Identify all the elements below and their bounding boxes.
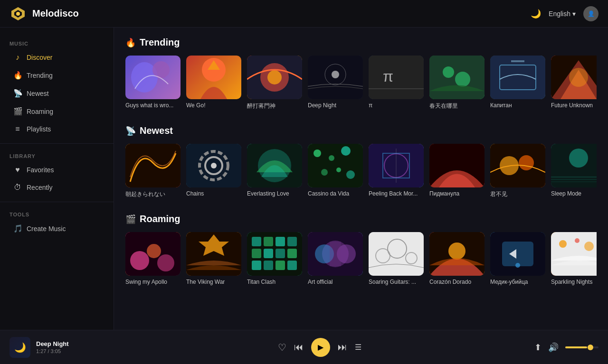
list-item[interactable]: Deep Night bbox=[308, 56, 363, 110]
sidebar-recently-label: Recently bbox=[27, 184, 52, 191]
svg-point-17 bbox=[455, 72, 470, 87]
sidebar-roaming-label: Roaming bbox=[27, 108, 53, 115]
trending-title: 🔥 Trending bbox=[125, 37, 597, 48]
list-item[interactable]: 朝起きられない bbox=[125, 144, 180, 198]
language-label: English bbox=[549, 10, 570, 18]
svg-rect-61 bbox=[264, 249, 273, 258]
list-item[interactable]: Peeling Back Mor... bbox=[369, 144, 424, 198]
svg-point-83 bbox=[559, 240, 567, 248]
list-item[interactable]: Chains bbox=[186, 144, 241, 198]
svg-rect-59 bbox=[287, 237, 297, 246]
trending-icon: 🔥 bbox=[125, 37, 136, 48]
sidebar-item-create[interactable]: 🎵 Create Music bbox=[4, 220, 110, 237]
queue-button[interactable]: ☰ bbox=[355, 343, 361, 352]
sidebar-item-trending[interactable]: 🔥 Trending bbox=[4, 66, 110, 84]
theme-toggle-button[interactable]: 🌙 bbox=[531, 9, 541, 19]
roaming-grid: Swing my Apollo The Viking War Titan Cla… bbox=[125, 232, 597, 287]
avatar[interactable]: 👤 bbox=[583, 6, 598, 21]
roaming-icon: 🎬 bbox=[125, 214, 136, 224]
svg-rect-66 bbox=[276, 261, 285, 270]
card-image bbox=[247, 144, 302, 187]
prev-button[interactable]: ⏮ bbox=[294, 342, 304, 353]
sidebar-item-favorites[interactable]: ♥ Favorites bbox=[4, 161, 110, 178]
list-item[interactable]: Капитан bbox=[490, 56, 545, 110]
card-label: Guys what is wro... bbox=[125, 102, 180, 109]
list-item[interactable]: The Viking War bbox=[186, 232, 241, 285]
card-label: Soaring Guitars: ... bbox=[369, 279, 424, 285]
svg-point-85 bbox=[584, 242, 594, 251]
card-image bbox=[308, 232, 363, 276]
card-label: Deep Night bbox=[308, 102, 363, 109]
card-label: Медик-убийца bbox=[490, 279, 545, 285]
list-item[interactable]: Corazón Dorado bbox=[429, 232, 484, 285]
card-image bbox=[308, 144, 363, 187]
card-image bbox=[125, 144, 180, 187]
newest-title: 📡 Newest bbox=[125, 125, 597, 136]
svg-point-53 bbox=[157, 254, 174, 271]
card-label: Sparkling Nights bbox=[551, 279, 597, 285]
card-label: 君不见 bbox=[490, 190, 545, 198]
header-right: 🌙 English ▾ 👤 bbox=[531, 6, 598, 21]
sidebar-item-recently[interactable]: ⏱ Recently bbox=[4, 179, 110, 196]
list-item[interactable]: Art official bbox=[308, 232, 363, 285]
svg-text:π: π bbox=[383, 68, 393, 85]
card-image bbox=[125, 56, 180, 99]
svg-point-51 bbox=[130, 251, 149, 270]
signal-icon: 📡 bbox=[13, 89, 22, 98]
list-item[interactable]: Everlasting Love bbox=[247, 144, 302, 198]
sidebar-item-roaming[interactable]: 🎬 Roaming bbox=[4, 103, 110, 120]
svg-point-45 bbox=[519, 155, 534, 170]
card-label: Swing my Apollo bbox=[125, 279, 180, 285]
player-info: Deep Night 1:27 / 3:05 bbox=[36, 340, 69, 354]
card-label: 朝起きられない bbox=[125, 190, 180, 198]
card-image bbox=[308, 56, 363, 99]
list-item[interactable]: Soaring Guitars: ... bbox=[369, 232, 424, 285]
player-time: 1:27 / 3:05 bbox=[36, 348, 69, 354]
card-image bbox=[186, 232, 241, 276]
list-item[interactable]: 君不见 bbox=[490, 144, 545, 198]
play-button[interactable]: ▶ bbox=[311, 338, 330, 357]
list-item[interactable]: Медик-убийца bbox=[490, 232, 545, 285]
card-label: Art official bbox=[308, 279, 363, 285]
list-item[interactable]: Guys what is wro... bbox=[125, 56, 180, 110]
svg-rect-13 bbox=[369, 56, 424, 99]
favorite-button[interactable]: ♡ bbox=[278, 342, 286, 353]
svg-rect-65 bbox=[264, 261, 273, 270]
player-controls: ♡ ⏮ ▶ ⏭ ☰ bbox=[114, 338, 525, 357]
volume-slider[interactable] bbox=[565, 346, 598, 348]
list-item[interactable]: Sparkling Nights bbox=[551, 232, 597, 285]
list-item[interactable]: 醉打蒋門神 bbox=[247, 56, 302, 110]
share-button[interactable]: ⬆ bbox=[534, 342, 542, 353]
sidebar-item-newest[interactable]: 📡 Newest bbox=[4, 84, 110, 102]
svg-point-16 bbox=[443, 66, 454, 78]
newest-section: 📡 Newest 朝起きられない Chains bbox=[125, 125, 597, 200]
card-label: π bbox=[369, 102, 424, 109]
list-item[interactable]: Sleep Mode bbox=[551, 144, 597, 198]
list-item[interactable]: 春天在哪里 bbox=[429, 56, 484, 110]
list-item[interactable]: Cassino da Vida bbox=[308, 144, 363, 198]
logo-icon bbox=[10, 5, 27, 22]
sidebar-item-playlists[interactable]: ≡ Playlists bbox=[4, 121, 110, 138]
sidebar-divider bbox=[0, 143, 114, 144]
list-item[interactable]: We Go! bbox=[186, 56, 241, 110]
list-item[interactable]: Future Unknown bbox=[551, 56, 597, 110]
list-item[interactable]: Titan Clash bbox=[247, 232, 302, 285]
card-label: We Go! bbox=[186, 102, 241, 109]
player-right: ⬆ 🔊 bbox=[534, 342, 598, 353]
card-label: Future Unknown bbox=[551, 102, 597, 109]
list-item[interactable]: Swing my Apollo bbox=[125, 232, 180, 285]
next-button[interactable]: ⏭ bbox=[338, 342, 347, 353]
language-selector[interactable]: English ▾ bbox=[549, 10, 576, 18]
card-label: Chains bbox=[186, 190, 241, 197]
main-container: Music ♪ Discover 🔥 Trending 📡 Newest 🎬 R… bbox=[0, 28, 608, 330]
volume-button[interactable]: 🔊 bbox=[548, 342, 559, 353]
list-item[interactable]: π π bbox=[369, 56, 424, 110]
list-item[interactable]: Пидманула bbox=[429, 144, 484, 198]
svg-point-33 bbox=[314, 149, 321, 157]
header-left: Melodisco bbox=[10, 5, 79, 22]
svg-point-84 bbox=[575, 238, 580, 243]
svg-point-36 bbox=[321, 169, 328, 176]
sidebar-item-discover[interactable]: ♪ Discover bbox=[4, 49, 110, 66]
film-icon: 🎬 bbox=[13, 107, 22, 116]
svg-point-78 bbox=[448, 243, 466, 260]
